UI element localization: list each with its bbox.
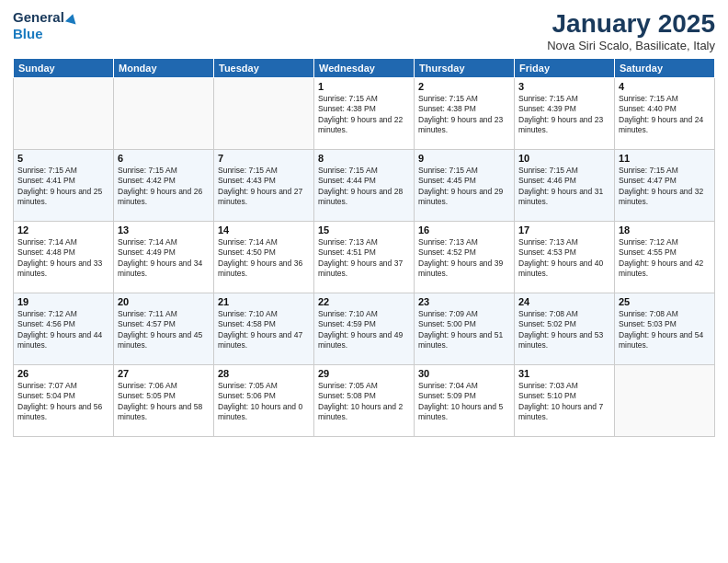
day-info: Sunrise: 7:14 AMSunset: 4:50 PMDaylight:… bbox=[218, 237, 310, 280]
day-info: Sunrise: 7:15 AMSunset: 4:38 PMDaylight:… bbox=[318, 94, 410, 136]
title-block: January 2025 Nova Siri Scalo, Basilicate… bbox=[547, 9, 715, 52]
day-info: Sunrise: 7:12 AMSunset: 4:56 PMDaylight:… bbox=[17, 309, 109, 351]
page: General Blue January 2025 Nova Siri Scal… bbox=[0, 0, 728, 563]
calendar-title: January 2025 bbox=[547, 9, 715, 39]
day-info: Sunrise: 7:07 AMSunset: 5:04 PMDaylight:… bbox=[17, 381, 109, 423]
day-info: Sunrise: 7:10 AMSunset: 4:59 PMDaylight:… bbox=[318, 309, 410, 351]
calendar-cell: 17Sunrise: 7:13 AMSunset: 4:53 PMDayligh… bbox=[515, 222, 615, 293]
day-info: Sunrise: 7:15 AMSunset: 4:38 PMDaylight:… bbox=[418, 94, 510, 136]
calendar-cell: 26Sunrise: 7:07 AMSunset: 5:04 PMDayligh… bbox=[14, 365, 114, 437]
day-number: 15 bbox=[318, 224, 410, 236]
day-info: Sunrise: 7:15 AMSunset: 4:42 PMDaylight:… bbox=[118, 166, 210, 208]
calendar-cell: 20Sunrise: 7:11 AMSunset: 4:57 PMDayligh… bbox=[114, 293, 214, 365]
calendar-week-row: 19Sunrise: 7:12 AMSunset: 4:56 PMDayligh… bbox=[14, 293, 715, 365]
day-info: Sunrise: 7:12 AMSunset: 4:55 PMDaylight:… bbox=[619, 237, 711, 280]
day-info: Sunrise: 7:15 AMSunset: 4:41 PMDaylight:… bbox=[17, 166, 109, 208]
calendar-week-row: 12Sunrise: 7:14 AMSunset: 4:48 PMDayligh… bbox=[14, 222, 715, 293]
day-info: Sunrise: 7:15 AMSunset: 4:39 PMDaylight:… bbox=[518, 94, 610, 136]
header-thursday: Thursday bbox=[415, 59, 515, 78]
day-number: 10 bbox=[518, 153, 610, 164]
day-info: Sunrise: 7:10 AMSunset: 4:58 PMDaylight:… bbox=[218, 309, 310, 351]
calendar-cell: 30Sunrise: 7:04 AMSunset: 5:09 PMDayligh… bbox=[415, 365, 515, 437]
header-sunday: Sunday bbox=[14, 59, 114, 78]
calendar-cell: 1Sunrise: 7:15 AMSunset: 4:38 PMDaylight… bbox=[314, 78, 415, 150]
day-info: Sunrise: 7:15 AMSunset: 4:44 PMDaylight:… bbox=[318, 166, 410, 208]
day-info: Sunrise: 7:15 AMSunset: 4:45 PMDaylight:… bbox=[418, 166, 510, 208]
calendar-cell: 18Sunrise: 7:12 AMSunset: 4:55 PMDayligh… bbox=[615, 222, 715, 293]
calendar-cell: 31Sunrise: 7:03 AMSunset: 5:10 PMDayligh… bbox=[515, 365, 615, 437]
logo-blue: Blue bbox=[13, 26, 43, 41]
calendar-cell bbox=[114, 78, 214, 150]
calendar-cell: 10Sunrise: 7:15 AMSunset: 4:46 PMDayligh… bbox=[515, 150, 615, 222]
calendar-cell: 28Sunrise: 7:05 AMSunset: 5:06 PMDayligh… bbox=[214, 365, 314, 437]
calendar-week-row: 5Sunrise: 7:15 AMSunset: 4:41 PMDaylight… bbox=[14, 150, 715, 222]
day-number: 4 bbox=[619, 81, 711, 92]
day-info: Sunrise: 7:15 AMSunset: 4:43 PMDaylight:… bbox=[218, 166, 310, 208]
day-number: 23 bbox=[418, 296, 510, 307]
header-monday: Monday bbox=[114, 59, 214, 78]
day-number: 31 bbox=[518, 368, 610, 379]
day-number: 9 bbox=[418, 153, 510, 164]
header-wednesday: Wednesday bbox=[314, 59, 415, 78]
logo-line2: Blue bbox=[13, 26, 43, 42]
day-number: 20 bbox=[118, 296, 210, 307]
day-number: 25 bbox=[619, 296, 711, 307]
day-info: Sunrise: 7:05 AMSunset: 5:06 PMDaylight:… bbox=[218, 381, 310, 423]
day-number: 27 bbox=[118, 368, 210, 379]
header-saturday: Saturday bbox=[615, 59, 715, 78]
logo-general: General bbox=[13, 9, 77, 25]
day-info: Sunrise: 7:05 AMSunset: 5:08 PMDaylight:… bbox=[318, 381, 410, 423]
weekday-header-row: Sunday Monday Tuesday Wednesday Thursday… bbox=[14, 59, 715, 78]
day-number: 19 bbox=[17, 296, 109, 307]
calendar-cell: 22Sunrise: 7:10 AMSunset: 4:59 PMDayligh… bbox=[314, 293, 415, 365]
calendar-cell bbox=[14, 78, 114, 150]
day-number: 3 bbox=[518, 81, 610, 92]
calendar-cell: 14Sunrise: 7:14 AMSunset: 4:50 PMDayligh… bbox=[214, 222, 314, 293]
calendar-cell: 5Sunrise: 7:15 AMSunset: 4:41 PMDaylight… bbox=[14, 150, 114, 222]
day-number: 14 bbox=[218, 224, 310, 236]
header-friday: Friday bbox=[515, 59, 615, 78]
calendar-cell: 7Sunrise: 7:15 AMSunset: 4:43 PMDaylight… bbox=[214, 150, 314, 222]
day-info: Sunrise: 7:03 AMSunset: 5:10 PMDaylight:… bbox=[518, 381, 610, 423]
day-number: 17 bbox=[518, 224, 610, 236]
calendar-cell bbox=[615, 365, 715, 437]
calendar-subtitle: Nova Siri Scalo, Basilicate, Italy bbox=[547, 39, 715, 52]
day-number: 26 bbox=[17, 368, 109, 379]
day-info: Sunrise: 7:14 AMSunset: 4:49 PMDaylight:… bbox=[118, 237, 210, 280]
day-number: 11 bbox=[619, 153, 711, 164]
calendar-cell: 13Sunrise: 7:14 AMSunset: 4:49 PMDayligh… bbox=[114, 222, 214, 293]
calendar-cell: 6Sunrise: 7:15 AMSunset: 4:42 PMDaylight… bbox=[114, 150, 214, 222]
calendar-cell: 16Sunrise: 7:13 AMSunset: 4:52 PMDayligh… bbox=[415, 222, 515, 293]
calendar-cell: 12Sunrise: 7:14 AMSunset: 4:48 PMDayligh… bbox=[14, 222, 114, 293]
calendar-week-row: 1Sunrise: 7:15 AMSunset: 4:38 PMDaylight… bbox=[14, 78, 715, 150]
calendar-cell: 29Sunrise: 7:05 AMSunset: 5:08 PMDayligh… bbox=[314, 365, 415, 437]
day-number: 29 bbox=[318, 368, 410, 379]
calendar-cell: 15Sunrise: 7:13 AMSunset: 4:51 PMDayligh… bbox=[314, 222, 415, 293]
calendar-cell: 25Sunrise: 7:08 AMSunset: 5:03 PMDayligh… bbox=[615, 293, 715, 365]
day-number: 6 bbox=[118, 153, 210, 164]
day-info: Sunrise: 7:06 AMSunset: 5:05 PMDaylight:… bbox=[118, 381, 210, 423]
day-info: Sunrise: 7:15 AMSunset: 4:40 PMDaylight:… bbox=[619, 94, 711, 136]
logo-triangle-icon bbox=[65, 13, 78, 25]
calendar-cell: 24Sunrise: 7:08 AMSunset: 5:02 PMDayligh… bbox=[515, 293, 615, 365]
day-number: 13 bbox=[118, 224, 210, 236]
calendar-cell: 23Sunrise: 7:09 AMSunset: 5:00 PMDayligh… bbox=[415, 293, 515, 365]
calendar-cell: 21Sunrise: 7:10 AMSunset: 4:58 PMDayligh… bbox=[214, 293, 314, 365]
day-info: Sunrise: 7:04 AMSunset: 5:09 PMDaylight:… bbox=[418, 381, 510, 423]
calendar-table: Sunday Monday Tuesday Wednesday Thursday… bbox=[13, 58, 715, 437]
day-info: Sunrise: 7:08 AMSunset: 5:02 PMDaylight:… bbox=[518, 309, 610, 351]
calendar-cell: 19Sunrise: 7:12 AMSunset: 4:56 PMDayligh… bbox=[14, 293, 114, 365]
calendar-cell: 9Sunrise: 7:15 AMSunset: 4:45 PMDaylight… bbox=[415, 150, 515, 222]
calendar-week-row: 26Sunrise: 7:07 AMSunset: 5:04 PMDayligh… bbox=[14, 365, 715, 437]
day-number: 1 bbox=[318, 81, 410, 92]
day-info: Sunrise: 7:13 AMSunset: 4:52 PMDaylight:… bbox=[418, 237, 510, 280]
day-info: Sunrise: 7:14 AMSunset: 4:48 PMDaylight:… bbox=[17, 237, 109, 280]
header: General Blue January 2025 Nova Siri Scal… bbox=[13, 9, 715, 52]
logo: General Blue bbox=[13, 9, 77, 42]
calendar-cell: 11Sunrise: 7:15 AMSunset: 4:47 PMDayligh… bbox=[615, 150, 715, 222]
day-info: Sunrise: 7:08 AMSunset: 5:03 PMDaylight:… bbox=[619, 309, 711, 351]
day-number: 21 bbox=[218, 296, 310, 307]
day-number: 5 bbox=[17, 153, 109, 164]
calendar-cell: 3Sunrise: 7:15 AMSunset: 4:39 PMDaylight… bbox=[515, 78, 615, 150]
day-number: 28 bbox=[218, 368, 310, 379]
